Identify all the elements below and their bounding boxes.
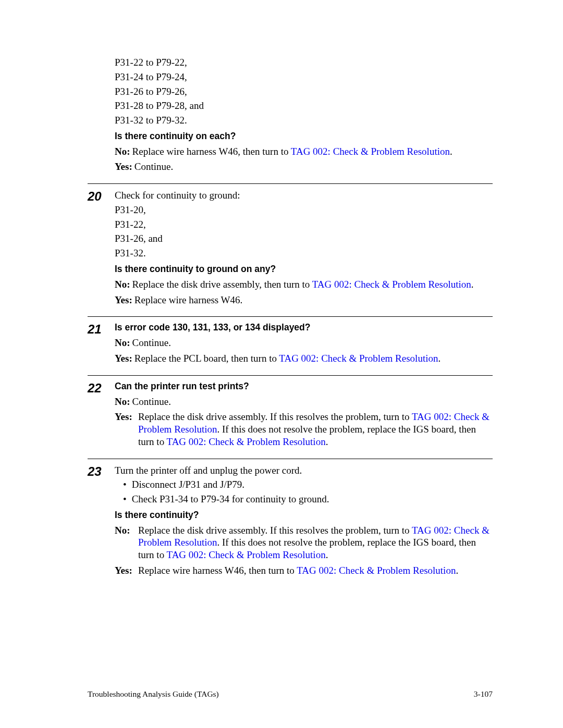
step20-line: P31-32. [115,247,493,260]
intro-line: P31-32 to P79-32. [115,114,493,127]
step-23: 23 Turn the printer off and unplug the p… [88,459,493,587]
yes-label: Yes: [115,411,136,448]
step20-para: Check for continuity to ground: [115,189,493,202]
tag002-link[interactable]: TAG 002: Check & Problem Resolution [167,436,326,447]
tag002-link[interactable]: TAG 002: Check & Problem Resolution [291,146,450,157]
step20-line: P31-26, and [115,232,493,245]
step-22: 22 Can the printer run test prints? No: … [88,375,493,459]
yes-label: Yes: [115,161,132,173]
yes-label: Yes: [115,352,132,365]
step22-question: Can the printer run test prints? [115,381,493,392]
step23-bullets: Disconnect J/P31 and J/P79. Check P31-34… [115,478,493,505]
no-label: No: [115,278,130,291]
intro-question: Is there continuity on each? [115,131,493,142]
step21-no: No: Continue. [115,337,493,349]
step-intro: P31-22 to P79-22, P31-24 to P79-24, P31-… [88,56,493,183]
step21-yes: Yes: Replace the PCL board, then turn to… [115,352,493,365]
no-label: No: [115,145,130,158]
step23-no: No: Replace the disk drive assembly. If … [115,524,493,561]
bullet-item: Check P31-34 to P79-34 for continuity to… [123,493,493,505]
tag002-link[interactable]: TAG 002: Check & Problem Resolution [167,549,326,560]
step20-no: No: Replace the disk drive assembly, the… [115,278,493,291]
step23-para: Turn the printer off and unplug the powe… [115,464,493,477]
step22-no: No: Continue. [115,396,493,408]
intro-no: No: Replace wire harness W46, then turn … [115,145,493,158]
step-number: 20 [88,189,115,309]
intro-line: P31-24 to P79-24, [115,71,493,83]
step-number: 23 [88,464,115,580]
step-number: 21 [88,322,115,367]
page-number: 3-107 [474,689,493,699]
step20-line: P31-20, [115,204,493,216]
step20-yes: Yes: Replace wire harness W46. [115,294,493,306]
tag002-link[interactable]: TAG 002: Check & Problem Resolution [312,279,471,290]
step22-yes: Yes: Replace the disk drive assembly. If… [115,411,493,448]
step21-question: Is error code 130, 131, 133, or 134 disp… [115,322,493,334]
yes-label: Yes: [115,564,136,577]
step23-yes: Yes: Replace wire harness W46, then turn… [115,564,493,577]
no-label: No: [115,396,130,408]
step20-question: Is there continuity to ground on any? [115,264,493,275]
no-label: No: [115,524,136,561]
intro-line: P31-28 to P79-28, and [115,100,493,112]
footer-title: Troubleshooting Analysis Guide (TAGs) [88,689,219,699]
tag002-link[interactable]: TAG 002: Check & Problem Resolution [279,353,438,364]
step-21: 21 Is error code 130, 131, 133, or 134 d… [88,316,493,375]
tag002-link[interactable]: TAG 002: Check & Problem Resolution [297,565,456,576]
intro-line: P31-26 to P79-26, [115,85,493,98]
step20-line: P31-22, [115,218,493,231]
page-footer: Troubleshooting Analysis Guide (TAGs) 3-… [88,689,493,699]
bullet-item: Disconnect J/P31 and J/P79. [123,478,493,491]
step-20: 20 Check for continuity to ground: P31-2… [88,183,493,316]
step23-question: Is there continuity? [115,510,493,521]
step-number: 22 [88,381,115,451]
intro-line: P31-22 to P79-22, [115,56,493,69]
no-label: No: [115,337,130,349]
intro-yes: Yes: Continue. [115,161,493,173]
yes-label: Yes: [115,294,132,306]
